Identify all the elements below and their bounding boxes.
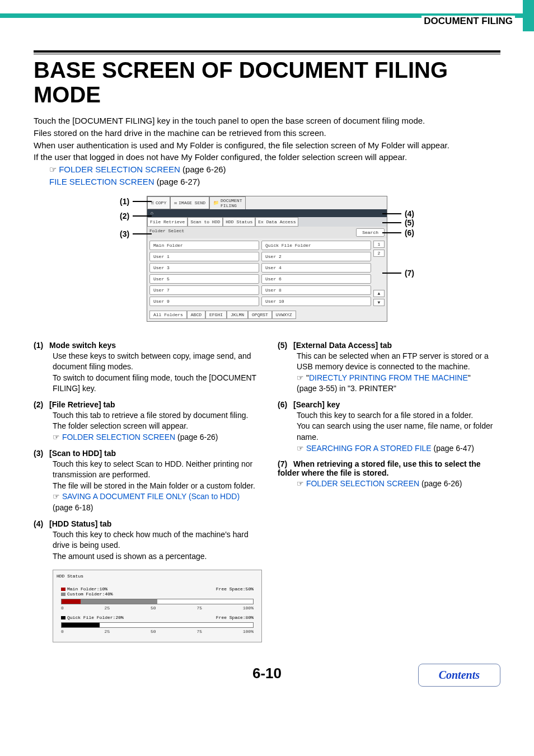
callout-5: (5) <box>405 218 414 227</box>
pointer-icon: ☞ <box>53 492 60 501</box>
folder-button[interactable]: User 7 <box>149 285 259 295</box>
page-ref: (page 6-26) <box>180 165 226 174</box>
link-search-file[interactable]: SEARCHING FOR A STORED FILE <box>306 444 432 453</box>
contents-button[interactable]: Contents <box>418 664 500 687</box>
ticks: 0255075100% <box>57 628 258 638</box>
hdd-bar-1 <box>61 599 254 604</box>
item-heading: (6)[Search] key <box>278 400 500 409</box>
item-body: Touch this key to select Scan to HDD. Ne… <box>53 459 262 514</box>
rule <box>34 50 500 53</box>
hdd-status-title: HDD Status <box>57 574 258 579</box>
item-heading: (3)[Scan to HDD] tab <box>34 449 262 458</box>
item-body: Touch this tab to retrieve a file stored… <box>53 410 262 443</box>
callout-2: (2) <box>120 212 129 220</box>
callout-4: (4) <box>405 209 414 218</box>
item-heading: (7)When retrieving a stored file, use th… <box>278 459 500 477</box>
tab-ex-data-access[interactable]: Ex Data Access <box>255 217 298 227</box>
intro-line: When user authentication is used and My … <box>34 139 500 152</box>
link-folder-selection[interactable]: FOLDER SELECTION SCREEN <box>62 433 175 442</box>
filing-icon: 📁 <box>213 200 219 205</box>
link-file-selection[interactable]: FILE SELECTION SCREEN <box>49 177 154 186</box>
pointer-icon: ☞ <box>297 479 304 488</box>
scroll-up-button[interactable]: ▲ <box>373 290 385 297</box>
alpha-tab[interactable]: UVWXYZ <box>272 311 296 319</box>
free-space-label: Free Space:50% <box>216 586 254 591</box>
item-heading: (1)Mode switch keys <box>34 341 262 350</box>
intro-text: Touch the [DOCUMENT FILING] key in the t… <box>34 115 500 188</box>
tab-file-retrieve[interactable]: File Retrieve <box>147 217 188 227</box>
item-heading: (4)[HDD Status] tab <box>34 519 262 528</box>
item-body: This can be selected when an FTP server … <box>297 351 500 395</box>
pointer-icon: ☞ <box>49 165 57 174</box>
mode-tab-document-filing[interactable]: 📁DOCUMENT FILING <box>209 196 246 209</box>
page-ref: (page 6-27) <box>154 177 200 186</box>
hdd-status-panel: HDD Status Main Folder:10% Free Space:50… <box>53 570 262 642</box>
callout-7: (7) <box>405 269 414 278</box>
intro-line: Touch the [DOCUMENT FILING] key in the t… <box>34 115 500 127</box>
page-total: 2 <box>373 250 385 257</box>
callout-6: (6) <box>405 228 414 237</box>
item-heading: (5)[External Data Access] tab <box>278 341 500 350</box>
folder-button[interactable]: User 10 <box>261 297 371 306</box>
folder-button[interactable]: User 2 <box>261 252 371 261</box>
link-scan-to-hdd[interactable]: SAVING A DOCUMENT FILE ONLY (Scan to HDD… <box>62 492 240 501</box>
mode-tab-image-send[interactable]: ✉IMAGE SEND <box>170 196 209 209</box>
folder-button[interactable]: User 5 <box>149 274 259 284</box>
page-title: BASE SCREEN OF DOCUMENT FILING MODE <box>34 58 500 107</box>
callout-3: (3) <box>120 229 129 238</box>
item-body: Touch this key to search for a file stor… <box>297 410 500 454</box>
alpha-tab[interactable]: EFGHI <box>205 311 227 319</box>
link-folder-selection[interactable]: FOLDER SELECTION SCREEN <box>59 165 180 174</box>
item-body: Use these keys to switch between copy, i… <box>53 351 262 395</box>
item-heading: (2)[File Retrieve] tab <box>34 400 262 409</box>
alpha-tab[interactable]: ABCD <box>187 311 205 319</box>
header-stripe-tab <box>523 0 534 31</box>
folder-button[interactable]: Quick File Folder <box>261 241 371 250</box>
tab-hdd-status[interactable]: HDD Status <box>223 217 255 227</box>
alpha-tab[interactable]: JKLMN <box>227 311 248 319</box>
pointer-icon: ☞ <box>53 433 60 442</box>
folder-select-label: Folder Select <box>149 228 184 237</box>
send-icon: ✉ <box>174 200 177 205</box>
ticks: 0255075100% <box>57 604 258 615</box>
tab-scan-to-hdd[interactable]: Scan to HDD <box>188 217 223 227</box>
rule <box>34 54 500 54</box>
pointer-icon: ☞ <box>297 373 304 382</box>
item-body: ☞ FOLDER SELECTION SCREEN (page 6-26) <box>297 478 500 490</box>
hdd-bar-2 <box>61 622 254 628</box>
callout-1: (1) <box>120 197 129 206</box>
folder-button[interactable]: User 6 <box>261 274 371 284</box>
pointer-icon: ☞ <box>297 444 304 453</box>
folder-button[interactable]: Main Folder <box>149 241 259 250</box>
legend-custom-icon <box>61 593 65 596</box>
folder-button[interactable]: User 9 <box>149 297 259 306</box>
folder-button[interactable]: User 4 <box>261 263 371 273</box>
free-space-label: Free Space:80% <box>216 615 254 620</box>
link-direct-print[interactable]: DIRECTLY PRINTING FROM THE MACHINE <box>309 373 468 382</box>
scroll-down-button[interactable]: ▼ <box>373 299 385 306</box>
folder-button[interactable]: User 1 <box>149 252 259 261</box>
page-current: 1 <box>373 241 385 248</box>
intro-line: If the user that logged in does not have… <box>34 151 500 163</box>
folder-button[interactable]: User 3 <box>149 263 259 273</box>
intro-line: Files stored on the hard drive in the ma… <box>34 127 500 139</box>
alpha-tab[interactable]: OPQRST <box>248 311 272 319</box>
legend-main-icon <box>61 588 65 591</box>
alpha-tab[interactable]: All Folders <box>149 311 187 319</box>
search-button[interactable]: Search <box>356 228 385 237</box>
legend-quick-icon <box>61 616 65 619</box>
item-body: Touch this key to check how much of the … <box>53 529 262 562</box>
touch-panel-figure: (1) (2) (3) (4) (5) (6) <box>147 196 387 322</box>
link-folder-selection[interactable]: FOLDER SELECTION SCREEN <box>306 479 419 488</box>
folder-button[interactable]: User 8 <box>261 285 371 295</box>
section-label: DOCUMENT FILING <box>421 16 515 27</box>
